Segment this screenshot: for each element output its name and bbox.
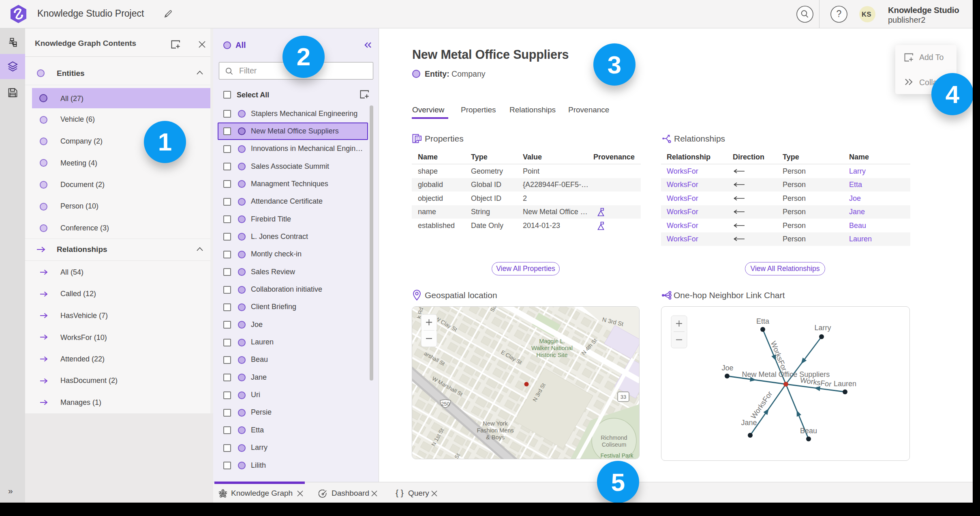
svg-text:Beau: Beau (800, 427, 817, 435)
svg-text:33: 33 (621, 394, 626, 400)
svg-text:Richmond: Richmond (601, 434, 627, 441)
svg-text:New York: New York (483, 420, 508, 427)
svg-text:Maggie L.: Maggie L. (539, 338, 565, 344)
svg-text:Joe: Joe (721, 364, 733, 372)
svg-text:WorksFor: WorksFor (749, 390, 774, 420)
svg-text:Coliseum: Coliseum (602, 441, 626, 448)
svg-text:Festival Park: Festival Park (601, 452, 634, 459)
svg-text:Lauren: Lauren (834, 380, 856, 388)
svg-text:Fashion Mens: Fashion Mens (477, 427, 514, 434)
svg-text:Walker National: Walker National (531, 345, 573, 351)
svg-text:Jane: Jane (741, 419, 757, 427)
svg-text:& Boys: & Boys (486, 434, 505, 441)
svg-text:Larry: Larry (814, 324, 831, 332)
svg-text:?: ? (837, 9, 842, 19)
svg-text:Etta: Etta (756, 317, 770, 325)
svg-text:Historic Site: Historic Site (536, 352, 567, 358)
svg-text:New Metal Office Suppliers: New Metal Office Suppliers (742, 370, 830, 378)
svg-text:250: 250 (441, 401, 450, 407)
